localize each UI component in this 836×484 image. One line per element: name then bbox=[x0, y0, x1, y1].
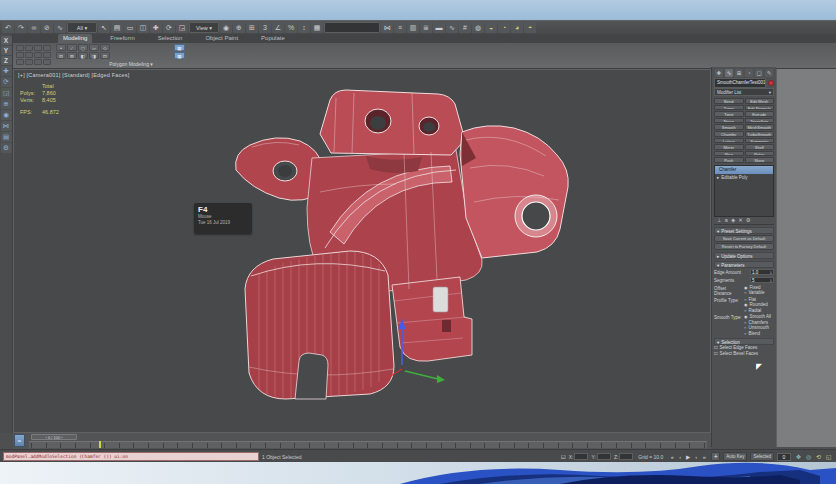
modifier-button[interactable]: Twist bbox=[714, 111, 744, 117]
display-tab-icon[interactable]: ▢ bbox=[755, 69, 763, 77]
radio-option[interactable]: ○Blend bbox=[744, 331, 774, 337]
modify-tab-icon[interactable]: ∿ bbox=[725, 69, 733, 77]
undo-icon[interactable]: ↶ bbox=[2, 22, 14, 33]
bind-spacewarp-icon[interactable]: ∿ bbox=[54, 22, 66, 33]
pin-stack-icon[interactable]: ⊥ bbox=[717, 217, 722, 223]
ribbon-toggle-icon[interactable]: ▬ bbox=[433, 22, 445, 33]
next-frame-button[interactable]: › bbox=[692, 454, 700, 460]
ribbon-tab[interactable]: Modeling bbox=[58, 34, 92, 43]
ribbon-mini-button[interactable] bbox=[43, 52, 51, 58]
ribbon-mini-button[interactable] bbox=[25, 45, 33, 51]
modifier-button[interactable]: TurboSmooth bbox=[745, 131, 775, 137]
save-default-button[interactable]: Save Current as Default bbox=[714, 235, 774, 242]
material-editor-icon[interactable]: ◍ bbox=[472, 22, 484, 33]
z-axis-button[interactable]: Z bbox=[1, 56, 12, 65]
modifier-stack-row[interactable]: Chamfer bbox=[715, 166, 773, 174]
motion-tab-icon[interactable]: ◔ bbox=[745, 69, 753, 77]
rollout-selection[interactable]: ▾ Selection bbox=[714, 338, 774, 345]
modifier-button[interactable]: Mirror bbox=[714, 144, 744, 150]
select-move-icon[interactable]: ✚ bbox=[150, 22, 162, 33]
modifier-button[interactable]: Bend bbox=[714, 98, 744, 104]
named-sets-icon[interactable]: ▦ bbox=[311, 22, 323, 33]
schematic-view-icon[interactable]: # bbox=[459, 22, 471, 33]
settings-tool-icon[interactable]: ⚙ bbox=[1, 143, 12, 153]
ribbon-mini-button[interactable] bbox=[34, 45, 42, 51]
configure-modifier-sets-icon[interactable]: ⚙ bbox=[746, 217, 751, 223]
ribbon-tab[interactable]: Object Paint bbox=[200, 34, 243, 43]
modifier-button[interactable]: Chamfer bbox=[714, 131, 744, 137]
rendered-frame-icon[interactable]: ◔ bbox=[498, 22, 510, 33]
toggle-checker-icon[interactable]: ▦ bbox=[174, 44, 185, 51]
x-axis-button[interactable]: X bbox=[1, 36, 12, 45]
set-key-button[interactable]: + bbox=[711, 452, 720, 461]
ribbon-mini-button[interactable] bbox=[16, 45, 24, 51]
y-coord-field[interactable] bbox=[597, 453, 611, 460]
detach-icon[interactable]: ⊡ bbox=[100, 52, 110, 59]
remove-modifier-icon[interactable]: ✕ bbox=[738, 217, 743, 223]
redo-icon[interactable]: ↷ bbox=[15, 22, 27, 33]
modifier-button[interactable]: Taper bbox=[714, 105, 744, 111]
modifier-button[interactable]: Symmetry bbox=[745, 138, 775, 144]
edge-amount-spinner[interactable]: 1.0 ↕ bbox=[750, 269, 774, 275]
border-mode-icon[interactable]: ▢ bbox=[78, 44, 88, 51]
ribbon-mini-button[interactable] bbox=[34, 59, 42, 65]
track-bar[interactable] bbox=[29, 441, 707, 448]
key-filter-dropdown[interactable]: Selected bbox=[750, 452, 774, 461]
show-end-result-icon[interactable]: ≡ bbox=[725, 217, 728, 223]
selection-filter-dropdown[interactable]: All ▾ bbox=[67, 22, 97, 33]
layer-explorer-icon[interactable]: ≣ bbox=[420, 22, 432, 33]
segments-spinner[interactable]: 5 ↕ bbox=[750, 277, 774, 283]
go-to-end-button[interactable]: » bbox=[700, 454, 708, 460]
modifier-button[interactable]: Lattice bbox=[714, 138, 744, 144]
rollout-parameters[interactable]: ▾ Parameters bbox=[714, 261, 774, 268]
percent-snap-icon[interactable]: % bbox=[285, 22, 297, 33]
ribbon-mini-button[interactable] bbox=[43, 59, 51, 65]
viewport-label[interactable]: [+] [Camera001] [Standard] [Edged Faces] bbox=[18, 72, 130, 78]
y-axis-button[interactable]: Y bbox=[1, 46, 12, 55]
polygon-mode-icon[interactable]: ▱ bbox=[89, 44, 99, 51]
ribbon-tab[interactable]: Freeform bbox=[105, 34, 139, 43]
modifier-button[interactable]: Edit Normals bbox=[745, 105, 775, 111]
ribbon-mini-button[interactable] bbox=[43, 45, 51, 51]
current-frame-field[interactable]: 0 bbox=[777, 453, 791, 461]
object-name-field[interactable]: SmoothChamferTest001 bbox=[714, 78, 766, 88]
spinner-arrows-icon[interactable]: ↕ bbox=[770, 270, 772, 275]
modifier-button[interactable]: Shell bbox=[745, 144, 775, 150]
polygon-modeling-label[interactable]: Polygon Modeling ▾ bbox=[56, 61, 206, 67]
attach-icon[interactable]: ◨ bbox=[89, 52, 99, 59]
modifier-button[interactable]: Extrude bbox=[745, 111, 775, 117]
modifier-button[interactable]: MeshSmooth bbox=[745, 124, 775, 130]
spinner-snap-icon[interactable]: ↕ bbox=[298, 22, 310, 33]
current-frame-marker[interactable] bbox=[99, 441, 101, 448]
keyboard-override-icon[interactable]: ⊞ bbox=[246, 22, 258, 33]
orbit-view-icon[interactable]: ⟲ bbox=[814, 453, 823, 460]
pan-view-icon[interactable]: ✥ bbox=[794, 453, 803, 460]
z-coord-field[interactable] bbox=[619, 453, 633, 460]
ribbon-tab[interactable]: Selection bbox=[153, 34, 188, 43]
ribbon-mini-button[interactable] bbox=[16, 59, 24, 65]
mirror-icon[interactable]: ⋈ bbox=[381, 22, 393, 33]
auto-key-button[interactable]: Auto Key bbox=[723, 452, 747, 461]
make-unique-icon[interactable]: ◈ bbox=[731, 217, 735, 223]
modifier-button[interactable]: Noise bbox=[714, 118, 744, 124]
named-selection-sets-field[interactable] bbox=[324, 22, 380, 33]
element-mode-icon[interactable]: ◇ bbox=[100, 44, 110, 51]
object-color-swatch[interactable] bbox=[768, 80, 774, 86]
move-tool-icon[interactable]: ✚ bbox=[1, 66, 12, 76]
time-slider-handle[interactable]: ‹ 0 / 100 › bbox=[31, 434, 77, 440]
modifier-button[interactable]: Relax bbox=[745, 151, 775, 157]
modifier-list-dropdown[interactable]: Modifier List ▾ bbox=[714, 88, 774, 96]
snap-tool-icon[interactable]: ⊕ bbox=[1, 99, 12, 109]
radio-option[interactable]: ○Variable bbox=[744, 290, 774, 296]
mini-curve-editor-button[interactable]: ≈ bbox=[14, 434, 25, 447]
rotate-tool-icon[interactable]: ⟳ bbox=[1, 77, 12, 87]
preview-subobject-icon[interactable]: ⊞ bbox=[67, 52, 77, 59]
rollout-update-options[interactable]: ▸ Update Options bbox=[714, 252, 774, 259]
ribbon-mini-button[interactable] bbox=[25, 52, 33, 58]
maximize-viewport-icon[interactable]: ◱ bbox=[824, 453, 833, 460]
select-rotate-icon[interactable]: ⟳ bbox=[163, 22, 175, 33]
radio-option[interactable]: ○Radial bbox=[744, 308, 774, 314]
render-setup-icon[interactable]: ◒ bbox=[485, 22, 497, 33]
ribbon-mini-button[interactable] bbox=[25, 59, 33, 65]
checkbox-option[interactable]: ☐Select Bevel Faces bbox=[714, 351, 774, 357]
